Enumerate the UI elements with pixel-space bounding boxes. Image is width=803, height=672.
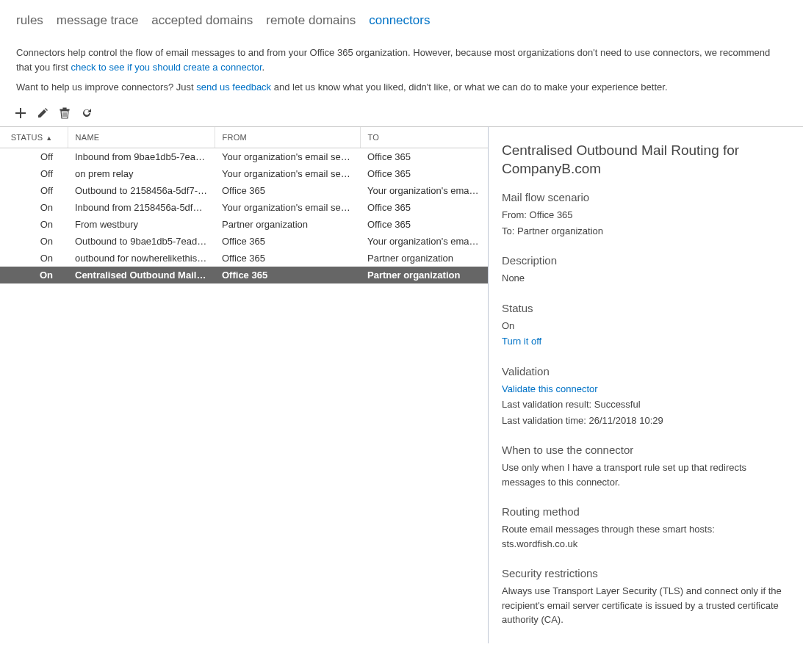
tab-remote-domains[interactable]: remote domains: [266, 13, 356, 28]
cell-status: On: [0, 233, 68, 250]
validation-heading: Validation: [502, 365, 790, 377]
cell-status: Off: [0, 182, 68, 199]
description-heading: Description: [502, 254, 790, 267]
cell-from: Partner organization: [215, 216, 360, 233]
add-icon[interactable]: [15, 107, 26, 119]
cell-status: Off: [0, 148, 68, 166]
connectors-table: STATUS▲ NAME FROM TO OffInbound from 9ba…: [0, 126, 488, 283]
table-row[interactable]: OffOutbound to 2158456a-5df7-45...Office…: [0, 182, 488, 199]
cell-from: Your organization's email server: [215, 165, 360, 182]
cell-name: outbound for nowherelikethis12...: [68, 250, 215, 267]
cell-name: From westbury: [68, 216, 215, 233]
feedback-text: Want to help us improve connectors? Just…: [0, 74, 803, 104]
column-header-from[interactable]: FROM: [215, 127, 360, 148]
tab-accepted-domains[interactable]: accepted domains: [151, 13, 253, 28]
cell-name: Inbound from 9bae1db5-7ead-4...: [68, 148, 215, 166]
table-row[interactable]: OnOutbound to 9bae1db5-7ead-4d...Office …: [0, 233, 488, 250]
scenario-to: To: Partner organization: [502, 224, 790, 239]
cell-to: Office 365: [360, 148, 488, 166]
intro-text: Connectors help control the flow of emai…: [0, 35, 803, 74]
table-row[interactable]: OnInbound from 2158456a-5df7-45...Your o…: [0, 199, 488, 216]
cell-status: Off: [0, 165, 68, 182]
turn-off-link[interactable]: Turn it off: [502, 336, 541, 347]
table-row[interactable]: Offon prem relayYour organization's emai…: [0, 165, 488, 182]
cell-name: Outbound to 9bae1db5-7ead-4d...: [68, 233, 215, 250]
edit-icon[interactable]: [37, 107, 48, 119]
tab-bar: rulesmessage traceaccepted domainsremote…: [0, 0, 803, 35]
feedback-text-2: and let us know what you liked, didn't l…: [271, 82, 667, 93]
cell-from: Office 365: [215, 250, 360, 267]
validation-time: Last validation time: 26/11/2018 10:29: [502, 413, 790, 428]
column-header-name[interactable]: NAME: [68, 127, 215, 148]
check-connector-link[interactable]: check to see if you should create a conn…: [71, 62, 262, 73]
toolbar: [0, 104, 803, 126]
cell-to: Partner organization: [360, 267, 488, 283]
sort-asc-icon: ▲: [46, 134, 52, 142]
cell-status: On: [0, 267, 68, 283]
intro-text-2: .: [262, 62, 265, 73]
description-value: None: [502, 271, 790, 286]
cell-status: On: [0, 216, 68, 233]
cell-from: Office 365: [215, 267, 360, 283]
cell-from: Office 365: [215, 233, 360, 250]
security-heading: Security restrictions: [502, 567, 790, 579]
cell-to: Office 365: [360, 216, 488, 233]
cell-from: Office 365: [215, 182, 360, 199]
validation-result: Last validation result: Successful: [502, 397, 790, 412]
when-heading: When to use the connector: [502, 444, 790, 456]
validate-link[interactable]: Validate this connector: [502, 383, 598, 394]
scenario-heading: Mail flow scenario: [502, 191, 790, 203]
table-row[interactable]: OnFrom westburyPartner organizationOffic…: [0, 216, 488, 233]
tab-message-trace[interactable]: message trace: [57, 13, 139, 28]
table-row[interactable]: OnCentralised Outbound Mail Routi...Offi…: [0, 267, 488, 283]
refresh-icon[interactable]: [81, 107, 93, 119]
scenario-from: From: Office 365: [502, 208, 790, 223]
security-value: Always use Transport Layer Security (TLS…: [502, 584, 790, 627]
cell-name: Centralised Outbound Mail Routi...: [68, 267, 215, 283]
column-header-status[interactable]: STATUS▲: [0, 127, 68, 148]
status-heading: Status: [502, 302, 790, 314]
routing-heading: Routing method: [502, 505, 790, 518]
tab-rules[interactable]: rules: [16, 13, 43, 28]
cell-from: Your organization's email server: [215, 148, 360, 166]
delete-icon[interactable]: [59, 107, 71, 119]
cell-to: Office 365: [360, 199, 488, 216]
cell-name: Outbound to 2158456a-5df7-45...: [68, 182, 215, 199]
cell-to: Partner organization: [360, 250, 488, 267]
cell-from: Your organization's email server: [215, 199, 360, 216]
table-row[interactable]: Onoutbound for nowherelikethis12...Offic…: [0, 250, 488, 267]
cell-to: Your organization's email s...: [360, 182, 488, 199]
column-header-to[interactable]: TO: [360, 127, 488, 148]
send-feedback-link[interactable]: send us feedback: [196, 82, 271, 93]
cell-name: Inbound from 2158456a-5df7-45...: [68, 199, 215, 216]
cell-to: Your organization's email s...: [360, 233, 488, 250]
tab-connectors[interactable]: connectors: [369, 13, 430, 28]
table-row[interactable]: OffInbound from 9bae1db5-7ead-4...Your o…: [0, 148, 488, 166]
when-value: Use only when I have a transport rule se…: [502, 460, 790, 489]
routing-value: Route email messages through these smart…: [502, 522, 790, 551]
details-title: Centralised Outbound Mail Routing for Co…: [502, 142, 790, 178]
cell-name: on prem relay: [68, 165, 215, 182]
details-pane: Centralised Outbound Mail Routing for Co…: [488, 126, 803, 643]
feedback-text-1: Want to help us improve connectors? Just: [16, 82, 196, 93]
status-value: On: [502, 319, 790, 333]
cell-status: On: [0, 199, 68, 216]
cell-to: Office 365: [360, 165, 488, 182]
cell-status: On: [0, 250, 68, 267]
